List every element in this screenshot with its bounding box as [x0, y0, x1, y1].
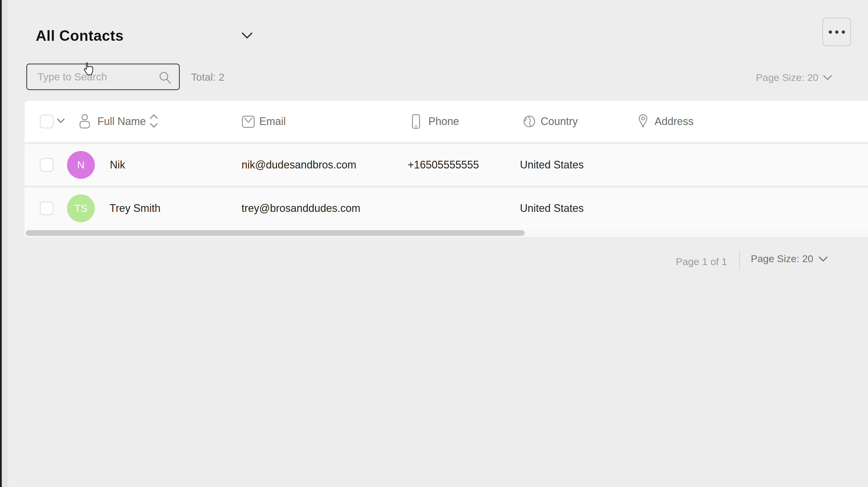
page-size-label: Page Size: 20: [751, 253, 813, 264]
column-header-address[interactable]: Address: [655, 115, 693, 128]
horizontal-scrollbar-track[interactable]: [25, 229, 868, 237]
cell-email: trey@brosanddudes.com: [242, 202, 361, 214]
table-row[interactable]: TS Trey Smith trey@brosanddudes.com Unit…: [25, 188, 868, 229]
select-menu-chevron-icon[interactable]: [56, 118, 65, 124]
row-checkbox[interactable]: [40, 202, 54, 215]
column-header-full-name[interactable]: Full Name: [97, 115, 146, 128]
avatar: N: [67, 151, 95, 179]
search-icon: [158, 70, 172, 85]
total-count: Total: 2: [191, 71, 224, 83]
page-size-selector-top[interactable]: Page Size: 20: [738, 66, 833, 89]
ellipsis-icon: [829, 30, 832, 34]
page-title: All Contacts: [36, 27, 124, 44]
cell-full-name[interactable]: Trey Smith: [110, 202, 161, 214]
cell-country: United States: [520, 159, 584, 171]
chevron-down-icon[interactable]: [241, 31, 253, 39]
cell-phone: +16505555555: [408, 159, 479, 171]
horizontal-scrollbar-thumb[interactable]: [26, 230, 525, 236]
page-size-selector-bottom[interactable]: Page Size: 20: [751, 253, 828, 264]
column-header-phone[interactable]: Phone: [428, 115, 459, 128]
sort-icon[interactable]: [150, 114, 158, 128]
cell-country: United States: [520, 202, 584, 214]
table-header: Full Name Email Phone: [25, 101, 868, 142]
chevron-down-icon: [823, 74, 833, 81]
phone-icon: [411, 114, 421, 129]
select-all-checkbox[interactable]: [40, 115, 54, 128]
table-row[interactable]: N Nik nik@dudesandbros.com +16505555555 …: [25, 144, 868, 185]
cell-email: nik@dudesandbros.com: [242, 159, 356, 171]
cursor-pointer: [82, 61, 95, 76]
row-checkbox[interactable]: [40, 158, 54, 172]
cell-full-name[interactable]: Nik: [110, 159, 125, 171]
column-header-country[interactable]: Country: [540, 115, 578, 128]
chevron-down-icon: [818, 256, 828, 262]
page-indicator: Page 1 of 1: [676, 256, 727, 267]
column-header-email[interactable]: Email: [259, 115, 286, 128]
avatar: TS: [67, 195, 95, 222]
avatar-initials: TS: [74, 202, 88, 214]
divider: [739, 252, 740, 270]
page-size-label: Page Size: 20: [756, 72, 818, 83]
mail-icon: [242, 115, 255, 128]
search-box[interactable]: [26, 63, 180, 90]
window-edge-gutter: [2, 0, 7, 487]
globe-icon: [523, 115, 535, 128]
person-icon: [80, 114, 90, 129]
avatar-initials: N: [77, 159, 85, 171]
more-options-button[interactable]: [823, 18, 851, 46]
pin-icon: [638, 114, 648, 128]
